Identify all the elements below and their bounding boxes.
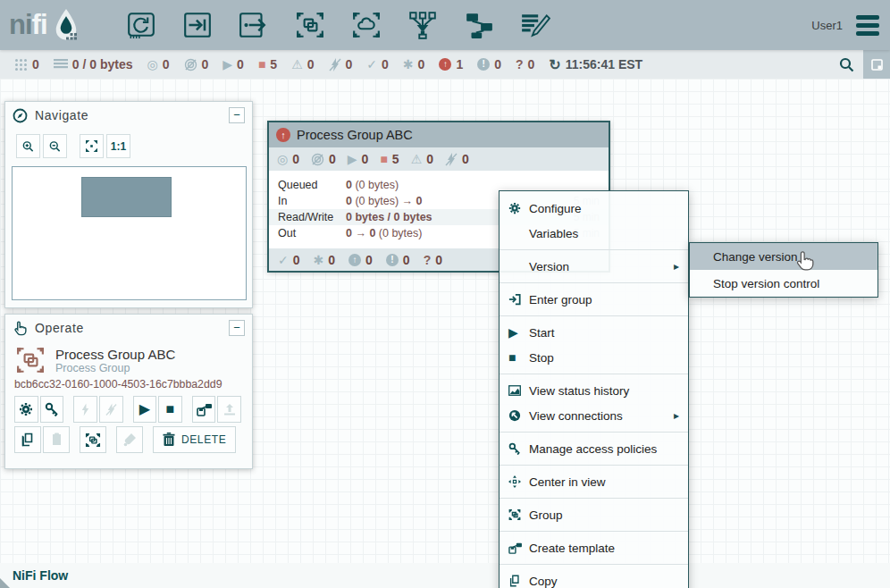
last-refreshed[interactable]: ↻ 11:56:41 EST (549, 56, 642, 73)
menu-item-view-connections[interactable]: View connections ▸ (500, 403, 688, 428)
upload-template-button[interactable] (217, 396, 241, 423)
menu-item-copy[interactable]: Copy (500, 568, 688, 588)
selected-component-type: Process Group (55, 362, 175, 374)
operate-buttons-row-1: ▶ ■ (5, 396, 252, 426)
group-button[interactable] (80, 426, 106, 453)
global-menu-button[interactable] (856, 15, 879, 36)
menu-item-variables[interactable]: Variables (500, 221, 688, 246)
stop-button[interactable]: ■ (158, 396, 182, 423)
menu-item-label: Create template (529, 542, 615, 555)
access-policies-button[interactable] (40, 396, 64, 423)
enable-button[interactable] (73, 396, 97, 423)
operate-collapse-button[interactable]: − (229, 320, 245, 336)
zoom-actual-size-button[interactable]: 1:1 (106, 134, 130, 158)
metric-label: Out (278, 227, 346, 239)
navigate-header: Navigate − (5, 102, 252, 129)
breadcrumb-nifi-flow[interactable]: NiFi Flow (13, 568, 68, 583)
configuration-button[interactable] (14, 396, 38, 423)
disabled-indicator: 0 (329, 57, 353, 71)
disabled-bolt-icon (329, 58, 341, 71)
menu-item-label: Variables (529, 227, 578, 240)
menu-item-group[interactable]: Group (500, 502, 688, 527)
pg-locally-modified-count: 0 (328, 253, 335, 267)
locally-modified-stale-indicator: ! 0 (477, 57, 501, 71)
warning-triangle-icon: ⚠ (291, 58, 303, 71)
paste-button[interactable] (43, 426, 70, 453)
selected-component: Process Group ABC Process Group (5, 341, 252, 374)
menu-item-configure[interactable]: Configure (500, 196, 688, 221)
topbar-right: User1 (811, 15, 879, 36)
stale-up-arrow-icon: ↑ (439, 58, 451, 71)
menu-item-create-template[interactable]: Create template (500, 535, 688, 560)
locally-modified-stale-count: 0 (494, 57, 501, 71)
processor-tool-icon[interactable] (123, 8, 159, 42)
submenu-item-stop-version-control[interactable]: Stop version control (690, 270, 877, 297)
search-button[interactable] (829, 50, 863, 79)
funnel-tool-icon[interactable] (405, 8, 441, 42)
active-threads-count: 0 (32, 57, 39, 71)
topbar: nifi (0, 0, 890, 50)
hand-icon (13, 321, 28, 336)
running-count: 0 (237, 57, 244, 71)
zoom-out-button[interactable] (43, 134, 67, 158)
process-group-tool-icon[interactable] (292, 8, 328, 42)
menu-item-manage-access-policies[interactable]: Manage access policies (500, 436, 688, 461)
menu-item-version[interactable]: Version ▸ (500, 254, 688, 279)
queue-list-icon (54, 58, 68, 71)
template-tool-icon[interactable] (461, 8, 497, 42)
menu-item-start[interactable]: ▶ Start (500, 320, 688, 345)
submenu-item-change-version[interactable]: Change version (690, 243, 877, 270)
pg-disabled-count: 0 (462, 152, 469, 166)
transmitting-icon: ◎ (147, 58, 158, 71)
process-group-stats: ◎0 0 ▶0 ■5 ⚠0 0 (269, 147, 609, 171)
transmitting-icon: ◎ (277, 153, 288, 165)
minimap-viewport-rect[interactable] (81, 177, 172, 217)
nifi-app: nifi (0, 0, 890, 588)
stopped-icon: ■ (380, 153, 387, 165)
refresh-icon[interactable]: ↻ (549, 56, 560, 73)
start-button[interactable]: ▶ (133, 396, 157, 423)
input-port-tool-icon[interactable] (180, 8, 215, 42)
zoom-fit-button[interactable] (80, 134, 104, 158)
stopped-indicator: ■ 5 (258, 57, 277, 71)
component-toolbar (123, 8, 553, 42)
pg-running-count: 0 (362, 152, 369, 166)
delete-button[interactable]: DELETE (153, 426, 236, 453)
menu-item-stop[interactable]: ■ Stop (500, 345, 688, 370)
create-template-button[interactable] (192, 396, 216, 423)
menu-separator (500, 465, 688, 466)
pg-locally-modified-stale-count: 0 (403, 253, 410, 267)
sync-failure-indicator: ? 0 (516, 57, 534, 71)
statusbar: 0 0 / 0 bytes ◎ 0 0 ▶ 0 (0, 50, 890, 79)
stale-version-badge-icon: ↑ (276, 128, 290, 142)
menu-item-label: View connections (529, 409, 623, 423)
birdseye-minimap[interactable] (12, 166, 247, 300)
center-in-view-icon (508, 475, 529, 488)
pg-invalid-count: 0 (426, 152, 433, 166)
remote-process-group-tool-icon[interactable] (348, 8, 384, 42)
output-port-tool-icon[interactable] (236, 8, 272, 42)
not-transmitting-count: 0 (202, 57, 209, 71)
stale-count: 1 (456, 57, 463, 71)
menu-item-label: Enter group (529, 293, 592, 307)
question-icon: ? (516, 57, 524, 71)
threads-grid-icon (14, 58, 28, 71)
menu-item-center-in-view[interactable]: Center in view (500, 469, 688, 494)
label-tool-icon[interactable] (517, 8, 553, 42)
menu-item-enter-group[interactable]: Enter group (500, 287, 688, 312)
create-template-icon (508, 542, 529, 554)
check-icon: ✓ (366, 58, 377, 71)
not-transmitting-icon (311, 153, 324, 166)
menu-item-view-status-history[interactable]: View status history (500, 378, 688, 403)
fill-color-button[interactable] (116, 426, 143, 453)
running-indicator: ▶ 0 (222, 57, 244, 71)
panel-toggle-button[interactable] (863, 50, 890, 79)
menu-item-label: Start (529, 326, 555, 340)
navigate-collapse-button[interactable]: − (229, 107, 245, 123)
copy-button[interactable] (14, 426, 41, 453)
zoom-in-button[interactable] (16, 134, 40, 158)
key-icon (508, 442, 529, 455)
stop-icon: ■ (508, 351, 529, 364)
stopped-count: 5 (270, 57, 277, 71)
disable-button[interactable] (99, 396, 123, 423)
